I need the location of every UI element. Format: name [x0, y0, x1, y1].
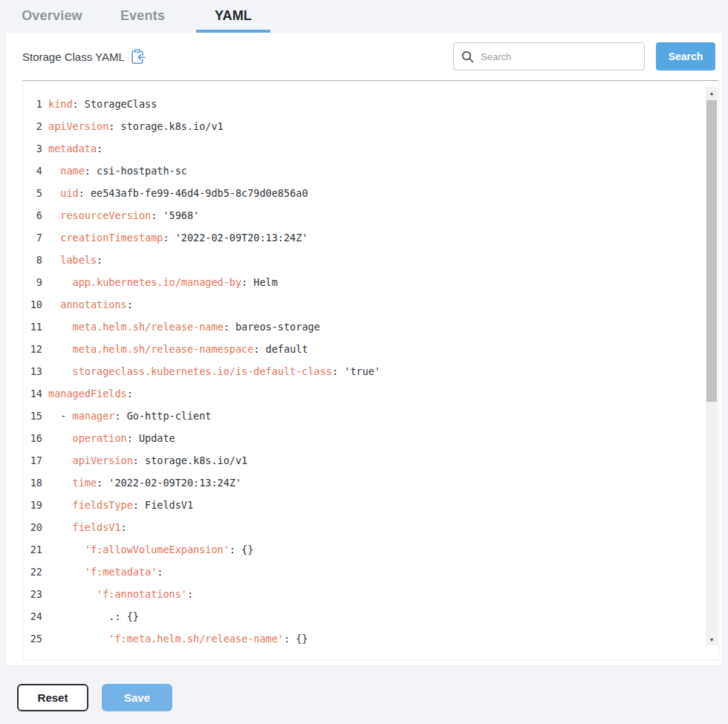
code-line: 19 fieldsType: FieldsV1	[23, 494, 701, 516]
scrollbar-thumb[interactable]	[706, 100, 717, 402]
code-line-content: 'f:annotations':	[48, 583, 193, 605]
tab-overview[interactable]: Overview	[15, 8, 89, 33]
code-line: 8 labels:	[23, 249, 701, 271]
code-line-content: resourceVersion: '5968'	[48, 204, 199, 226]
code-line-content: kind: StorageClass	[48, 93, 157, 115]
code-line: 22 'f:metadata':	[23, 561, 701, 583]
tab-yaml[interactable]: YAML	[196, 8, 270, 33]
code-line: 9 app.kubernetes.io/managed-by: Helm	[23, 271, 701, 293]
search-input[interactable]	[481, 51, 637, 62]
code-line-content: fieldsV1:	[48, 516, 127, 538]
search-area: Search	[453, 42, 715, 71]
code-line: 16 operation: Update	[23, 427, 701, 449]
code-line: 23 'f:annotations':	[23, 583, 701, 605]
code-line: 21 'f:allowVolumeExpansion': {}	[23, 538, 701, 561]
code-line-content: meta.helm.sh/release-name: bareos-storag…	[48, 316, 320, 338]
line-number: 8	[23, 249, 42, 271]
code-line-content: .: {}	[48, 605, 139, 627]
code-line-content: name: csi-hostpath-sc	[48, 160, 187, 182]
code-line: 13 storageclass.kubernetes.io/is-default…	[23, 360, 701, 382]
line-number: 19	[23, 494, 42, 516]
code-line-content: - manager: Go-http-client	[48, 405, 211, 427]
line-number: 25	[23, 627, 42, 650]
code-line: 24 .: {}	[23, 605, 701, 627]
line-number: 4	[23, 160, 42, 182]
code-line-content: operation: Update	[48, 427, 175, 449]
code-line: 5 uid: ee543afb-fe99-46d4-9db5-8c79d0e85…	[23, 182, 701, 204]
yaml-card: Storage Class YAML Search 1ki	[6, 33, 722, 665]
line-number: 9	[23, 271, 42, 293]
save-button[interactable]: Save	[102, 684, 172, 711]
code-line: 11 meta.helm.sh/release-name: bareos-sto…	[23, 316, 701, 338]
line-number: 17	[23, 449, 42, 472]
line-number: 22	[23, 561, 42, 583]
code-line: 15 - manager: Go-http-client	[23, 405, 701, 427]
code-line: 10 annotations:	[23, 293, 701, 316]
footer-actions: Reset Save	[17, 684, 728, 711]
code-line-content: 'f:allowVolumeExpansion': {}	[48, 538, 253, 561]
code-line-content: managedFields:	[48, 382, 133, 405]
line-number: 10	[23, 293, 42, 316]
code-line: 18 time: '2022-02-09T20:13:24Z'	[23, 472, 701, 494]
line-number: 18	[23, 472, 42, 494]
code-line: 14managedFields:	[23, 382, 701, 405]
code-line-content: fieldsType: FieldsV1	[48, 494, 193, 516]
code-line-content: apiVersion: storage.k8s.io/v1	[48, 115, 224, 137]
search-button[interactable]: Search	[656, 42, 715, 71]
code-line: 25 'f:meta.helm.sh/release-name': {}	[23, 627, 701, 650]
code-line: 7 creationTimestamp: '2022-02-09T20:13:2…	[23, 226, 701, 249]
line-number: 3	[23, 137, 42, 160]
yaml-code-area: 1kind: StorageClass2apiVersion: storage.…	[22, 80, 719, 660]
code-line-content: uid: ee543afb-fe99-46d4-9db5-8c79d0e856a…	[48, 182, 308, 204]
code-line-content: storageclass.kubernetes.io/is-default-cl…	[48, 360, 380, 382]
code-line: 2apiVersion: storage.k8s.io/v1	[23, 115, 701, 137]
line-number: 11	[23, 316, 42, 338]
search-icon	[461, 50, 474, 63]
tab-events[interactable]: Events	[105, 8, 180, 33]
line-number: 5	[23, 182, 42, 204]
line-number: 14	[23, 382, 42, 405]
code-line: 12 meta.helm.sh/release-namespace: defau…	[23, 338, 701, 360]
code-line-content: annotations:	[48, 293, 133, 316]
title-wrap: Storage Class YAML	[22, 48, 147, 65]
line-number: 7	[23, 226, 42, 249]
code-line-content: creationTimestamp: '2022-02-09T20:13:24Z…	[48, 226, 308, 249]
code-line-content: apiVersion: storage.k8s.io/v1	[48, 449, 247, 472]
line-number: 2	[23, 115, 42, 137]
code-line-content: 'f:metadata':	[48, 561, 163, 583]
code-line: 3metadata:	[23, 137, 701, 160]
line-number: 13	[23, 360, 42, 382]
vertical-scrollbar[interactable]: ▲ ▼	[706, 87, 718, 645]
card-header: Storage Class YAML Search	[6, 33, 722, 80]
line-number: 15	[23, 405, 42, 427]
line-number: 23	[23, 583, 42, 605]
code-line-content: metadata:	[48, 137, 103, 160]
scroll-down-arrow-icon[interactable]: ▼	[706, 633, 718, 645]
line-number: 6	[23, 204, 42, 226]
code-line-content: time: '2022-02-09T20:13:24Z'	[48, 472, 241, 494]
code-line: 1kind: StorageClass	[23, 93, 701, 115]
code-line: 4 name: csi-hostpath-sc	[23, 160, 701, 182]
page-title: Storage Class YAML	[22, 50, 125, 63]
line-number: 24	[23, 605, 42, 627]
clipboard-paste-icon[interactable]	[131, 48, 147, 65]
search-box[interactable]	[453, 42, 645, 71]
line-number: 1	[23, 93, 42, 115]
code-line-content: meta.helm.sh/release-namespace: default	[48, 338, 308, 360]
line-number: 20	[23, 516, 42, 538]
code-line: 17 apiVersion: storage.k8s.io/v1	[23, 449, 701, 472]
tab-bar: Overview Events YAML	[0, 0, 728, 33]
code-line-content: app.kubernetes.io/managed-by: Helm	[48, 271, 278, 293]
scroll-up-arrow-icon[interactable]: ▲	[706, 87, 718, 99]
reset-button[interactable]: Reset	[17, 684, 88, 711]
code-line-content: 'f:meta.helm.sh/release-name': {}	[48, 627, 308, 650]
line-number: 21	[23, 538, 42, 561]
code-line: 6 resourceVersion: '5968'	[23, 204, 701, 226]
line-number: 12	[23, 338, 42, 360]
code-line-content: labels:	[48, 249, 103, 271]
code-line: 20 fieldsV1:	[23, 516, 701, 538]
line-number: 16	[23, 427, 42, 449]
yaml-editor[interactable]: 1kind: StorageClass2apiVersion: storage.…	[23, 81, 718, 650]
